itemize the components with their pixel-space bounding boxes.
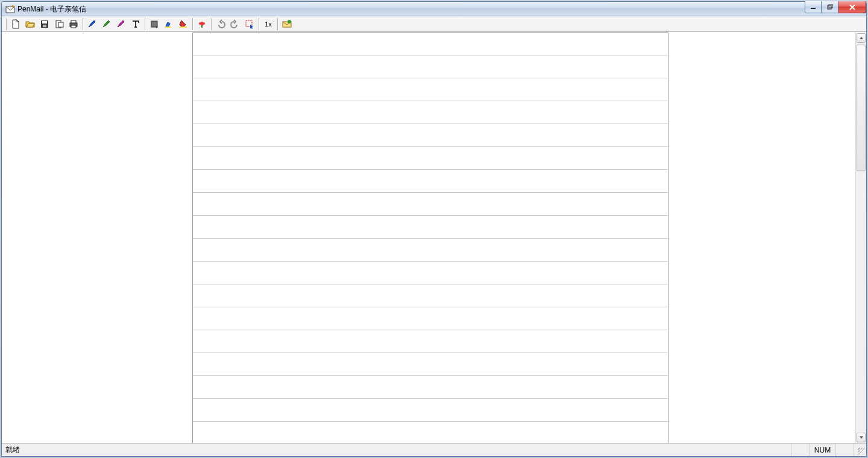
scale-label: 1x xyxy=(265,19,272,29)
maximize-button[interactable] xyxy=(822,1,838,13)
status-pane xyxy=(836,444,854,456)
app-window: PenMail - 电子亲笔信 xyxy=(1,1,867,457)
send-mail-icon xyxy=(282,19,292,29)
select-tool-icon xyxy=(245,19,254,29)
eraser-button[interactable] xyxy=(115,17,128,31)
toolbar-separator xyxy=(211,18,212,30)
send-mail-button[interactable] xyxy=(280,17,294,31)
toolbar: 1x xyxy=(2,16,866,32)
status-num-label: NUM xyxy=(814,446,831,454)
print-icon xyxy=(69,19,78,29)
chevron-up-icon xyxy=(859,36,864,40)
undo-icon xyxy=(216,19,225,29)
print-button[interactable] xyxy=(67,17,80,31)
status-pane xyxy=(791,444,810,456)
color-swatch-icon xyxy=(149,19,159,29)
status-num: NUM xyxy=(810,444,836,456)
minimize-button[interactable] xyxy=(805,1,822,13)
client-area xyxy=(2,32,866,443)
page-setup-button[interactable] xyxy=(52,17,66,31)
pen-icon xyxy=(87,19,97,29)
svg-rect-10 xyxy=(71,25,76,28)
svg-rect-13 xyxy=(180,27,187,28)
save-icon xyxy=(40,19,49,29)
pen-button[interactable] xyxy=(86,17,99,31)
status-ready: 就绪 xyxy=(2,444,791,456)
scroll-up-button[interactable] xyxy=(857,33,866,43)
resize-grip-icon xyxy=(858,448,865,455)
svg-point-20 xyxy=(288,20,291,24)
save-button[interactable] xyxy=(38,17,51,31)
scale-button[interactable]: 1x xyxy=(262,17,275,31)
open-file-icon xyxy=(25,19,35,29)
close-button[interactable] xyxy=(838,1,866,13)
resize-grip[interactable] xyxy=(854,444,866,456)
color-button[interactable] xyxy=(148,17,161,31)
page-setup-icon xyxy=(54,19,64,29)
canvas-viewport[interactable] xyxy=(2,33,855,443)
undo-button[interactable] xyxy=(214,17,227,31)
toolbar-separator xyxy=(277,18,278,30)
redo-icon xyxy=(230,19,240,29)
svg-rect-1 xyxy=(828,5,831,9)
statusbar: 就绪 NUM xyxy=(2,443,866,456)
toolbar-separator xyxy=(259,18,259,30)
new-file-icon xyxy=(11,19,20,29)
scroll-down-button[interactable] xyxy=(857,433,866,442)
writing-paper[interactable] xyxy=(192,33,668,443)
toolbar-separator xyxy=(6,18,7,30)
pencil-button[interactable] xyxy=(100,17,113,31)
stamp-flower-icon xyxy=(197,19,207,29)
highlighter-icon xyxy=(164,19,174,29)
eraser-icon xyxy=(116,19,126,29)
open-button[interactable] xyxy=(24,17,37,31)
chevron-down-icon xyxy=(859,435,864,440)
vertical-scrollbar[interactable] xyxy=(855,33,866,443)
highlighter-button[interactable] xyxy=(162,17,175,31)
svg-rect-7 xyxy=(58,22,63,27)
toolbar-separator xyxy=(83,18,83,30)
redo-button[interactable] xyxy=(228,17,242,31)
toolbar-separator xyxy=(145,18,145,30)
fill-button[interactable] xyxy=(177,17,190,31)
toolbar-separator xyxy=(192,18,193,30)
text-icon xyxy=(131,19,140,29)
window-controls xyxy=(805,1,866,13)
svg-rect-2 xyxy=(829,4,832,8)
svg-rect-4 xyxy=(42,21,47,24)
svg-rect-5 xyxy=(43,25,46,27)
pencil-icon xyxy=(102,19,112,29)
scroll-thumb[interactable] xyxy=(857,45,866,171)
svg-rect-9 xyxy=(71,20,76,23)
text-button[interactable] xyxy=(129,17,142,31)
stamp-button[interactable] xyxy=(195,17,209,31)
status-ready-label: 就绪 xyxy=(5,445,20,455)
svg-rect-11 xyxy=(151,21,157,27)
titlebar[interactable]: PenMail - 电子亲笔信 xyxy=(2,2,866,16)
window-title: PenMail - 电子亲笔信 xyxy=(17,2,86,16)
fill-color-icon xyxy=(178,19,188,29)
new-button[interactable] xyxy=(9,17,22,31)
app-icon xyxy=(5,4,15,14)
desktop-background: PenMail - 电子亲笔信 xyxy=(0,0,868,458)
svg-rect-12 xyxy=(165,27,171,28)
select-button[interactable] xyxy=(243,17,256,31)
